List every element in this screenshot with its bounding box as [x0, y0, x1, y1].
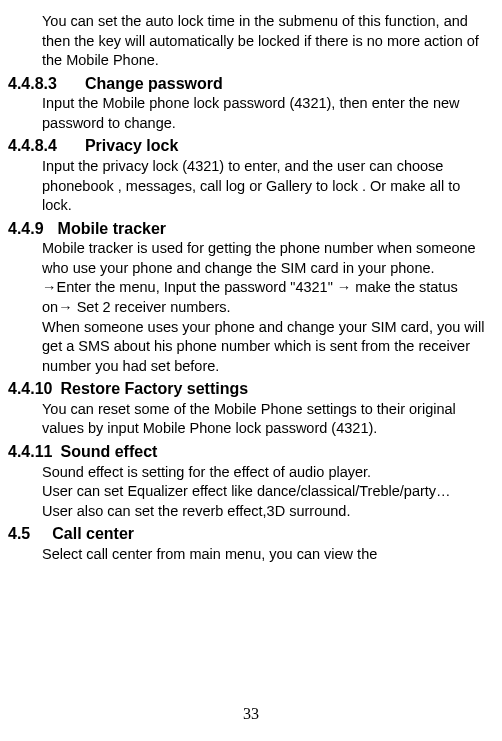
heading-title: Call center	[52, 525, 134, 542]
heading-number: 4.4.9	[8, 218, 44, 240]
heading-privacy-lock: 4.4.8.4Privacy lock	[8, 135, 494, 157]
heading-title: Sound effect	[60, 443, 157, 460]
heading-title: Mobile tracker	[58, 220, 166, 237]
intro-paragraph: You can set the auto lock time in the su…	[42, 12, 492, 71]
sound-effect-body-3: User also can set the reverb effect,3D s…	[42, 502, 492, 522]
page-number: 33	[0, 705, 502, 723]
mobile-tracker-body-3: When someone uses your phone and change …	[42, 318, 492, 377]
heading-restore-factory: 4.4.10Restore Factory settings	[8, 378, 494, 400]
heading-mobile-tracker: 4.4.9Mobile tracker	[8, 218, 494, 240]
heading-title: Privacy lock	[85, 137, 178, 154]
restore-factory-body: You can reset some of the Mobile Phone s…	[42, 400, 492, 439]
mobile-tracker-body-1: Mobile tracker is used for getting the p…	[42, 239, 492, 278]
sound-effect-body-1: Sound effect is setting for the effect o…	[42, 463, 492, 483]
change-password-body: Input the Mobile phone lock password (43…	[42, 94, 492, 133]
heading-number: 4.5	[8, 523, 30, 545]
heading-sound-effect: 4.4.11Sound effect	[8, 441, 494, 463]
heading-number: 4.4.11	[8, 441, 52, 463]
heading-title: Change password	[85, 75, 223, 92]
mobile-tracker-body-2: →Enter the menu, Input the password "432…	[42, 278, 492, 317]
heading-number: 4.4.8.4	[8, 135, 57, 157]
heading-number: 4.4.10	[8, 378, 52, 400]
privacy-lock-body: Input the privacy lock (4321) to enter, …	[42, 157, 492, 216]
document-page: You can set the auto lock time in the su…	[8, 12, 494, 564]
sound-effect-body-2: User can set Equalizer effect like dance…	[42, 482, 492, 502]
heading-title: Restore Factory settings	[60, 380, 248, 397]
heading-change-password: 4.4.8.3Change password	[8, 73, 494, 95]
call-center-body: Select call center from main menu, you c…	[42, 545, 492, 565]
heading-number: 4.4.8.3	[8, 73, 57, 95]
heading-call-center: 4.5Call center	[8, 523, 494, 545]
